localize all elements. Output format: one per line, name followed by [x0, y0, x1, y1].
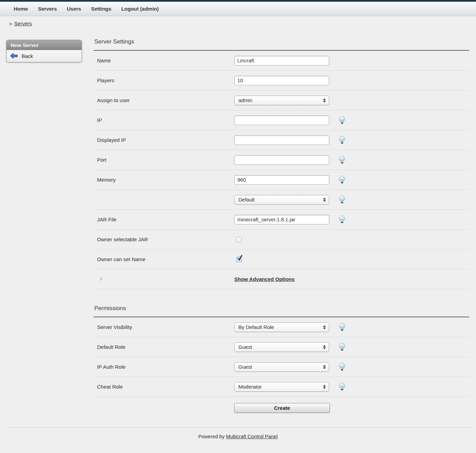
select-stepper-arrows-icon [323, 385, 326, 389]
row-create: Create [94, 397, 469, 419]
help-bulb-icon[interactable] [338, 363, 346, 371]
help-bulb-icon[interactable] [338, 323, 346, 331]
server-settings-heading: Server Settings [94, 38, 469, 45]
name-input[interactable] [234, 56, 329, 65]
displayed-ip-input[interactable] [234, 135, 329, 145]
server-visibility-label: Server Visibility [94, 324, 234, 330]
memory-label: Memory [94, 177, 234, 183]
select-stepper-arrows-icon [323, 345, 326, 349]
row-cheat-role: Cheat Role Moderator [94, 377, 469, 397]
row-owner-can-set-name: Owner can set Name [94, 249, 469, 269]
players-input[interactable] [234, 76, 329, 85]
footer-divider [4, 427, 472, 428]
ip-label: IP [94, 117, 234, 123]
permissions-heading: Permissions [94, 305, 469, 312]
ip-auth-role-selected-value: Guest [238, 364, 323, 370]
owner-selectable-jar-label: Owner selectable JAR [94, 236, 234, 242]
help-bulb-icon[interactable] [338, 216, 346, 223]
world-select[interactable]: Default [234, 195, 329, 205]
show-advanced-options-link[interactable]: Show Advanced Options [234, 276, 295, 282]
help-bulb-icon[interactable] [338, 116, 346, 124]
row-displayed-ip: Displayed IP [94, 130, 469, 150]
row-port: Port [94, 150, 469, 170]
players-label: Players [94, 77, 234, 83]
cheat-role-select[interactable]: Moderator [234, 382, 329, 392]
server-visibility-select[interactable]: By Default Role [234, 322, 329, 332]
select-stepper-arrows-icon [323, 365, 326, 369]
select-stepper-arrows-icon [323, 98, 326, 102]
permissions-section-head: Permissions [94, 305, 469, 317]
cheat-role-label: Cheat Role [94, 384, 234, 390]
nav-item-users[interactable]: Users [67, 6, 81, 12]
world-selected-value: Default [238, 197, 323, 203]
panel-body: Back [7, 50, 82, 62]
ip-auth-role-label: IP Auth Role [94, 364, 234, 370]
row-world: Default [94, 190, 469, 210]
cheat-role-selected-value: Moderator [238, 384, 323, 390]
disclosure-triangle-icon[interactable] [100, 277, 103, 281]
row-ip: IP [94, 110, 469, 130]
advanced-row-label-cell [94, 276, 234, 282]
help-bulb-icon[interactable] [338, 196, 346, 204]
row-show-advanced: Show Advanced Options [94, 269, 469, 289]
default-role-label: Default Role [94, 344, 234, 350]
breadcrumb-link-servers[interactable]: Servers [14, 21, 32, 26]
select-stepper-arrows-icon [323, 198, 326, 202]
panel-title: New Server [7, 40, 82, 50]
footer: Powered byMulticraft Control Panel [0, 434, 476, 439]
assign-to-user-select[interactable]: admin [234, 96, 329, 105]
back-button[interactable]: Back [10, 53, 78, 59]
row-owner-selectable-jar: Owner selectable JAR [94, 230, 469, 249]
help-bulb-icon[interactable] [338, 136, 346, 144]
owner-can-set-name-checkbox[interactable] [236, 257, 242, 262]
check-icon [237, 255, 242, 261]
breadcrumb-separator: » [9, 21, 12, 26]
back-label: Back [22, 53, 33, 59]
nav-item-home[interactable]: Home [14, 6, 28, 12]
row-jar-file: JAR File [94, 210, 469, 230]
main-navbar: Home Servers Users Settings Logout (admi… [0, 2, 476, 16]
breadcrumb: »Servers [0, 16, 476, 32]
assign-to-user-label: Assign to user [94, 97, 234, 103]
name-label: Name [94, 58, 234, 63]
help-bulb-icon[interactable] [338, 156, 346, 164]
memory-input[interactable] [234, 175, 329, 185]
jar-file-label: JAR File [94, 217, 234, 222]
help-bulb-icon[interactable] [338, 176, 346, 184]
help-bulb-icon[interactable] [338, 343, 346, 351]
row-assign-to-user: Assign to user admin [94, 90, 469, 110]
default-role-select[interactable]: Guest [234, 342, 329, 352]
row-server-visibility: Server Visibility By Default Role [94, 317, 469, 337]
jar-file-input[interactable] [234, 215, 329, 224]
server-visibility-selected-value: By Default Role [238, 324, 323, 330]
row-memory: Memory [94, 170, 469, 190]
server-settings-section-head: Server Settings [94, 38, 469, 51]
assign-to-user-selected-value: admin [238, 97, 323, 103]
row-ip-auth-role: IP Auth Role Guest [94, 357, 469, 377]
new-server-panel: New Server Back [6, 40, 82, 62]
displayed-ip-label: Displayed IP [94, 137, 234, 143]
back-arrow-icon [10, 53, 18, 59]
default-role-selected-value: Guest [238, 344, 323, 350]
owner-selectable-jar-checkbox[interactable] [236, 237, 242, 242]
nav-item-settings[interactable]: Settings [91, 6, 111, 12]
nav-item-servers[interactable]: Servers [38, 6, 57, 12]
port-input[interactable] [234, 155, 329, 165]
row-players: Players [94, 71, 469, 90]
create-button[interactable]: Create [234, 403, 330, 413]
select-stepper-arrows-icon [323, 325, 326, 329]
nav-item-logout[interactable]: Logout (admin) [121, 6, 159, 12]
powered-by-text: Powered by [198, 434, 225, 439]
multicraft-link[interactable]: Multicraft Control Panel [226, 434, 278, 439]
help-bulb-icon[interactable] [338, 383, 346, 391]
ip-input[interactable] [234, 115, 329, 125]
port-label: Port [94, 157, 234, 163]
row-name: Name [94, 51, 469, 71]
ip-auth-role-select[interactable]: Guest [234, 362, 329, 372]
row-default-role: Default Role Guest [94, 337, 469, 357]
owner-can-set-name-label: Owner can set Name [94, 256, 234, 262]
